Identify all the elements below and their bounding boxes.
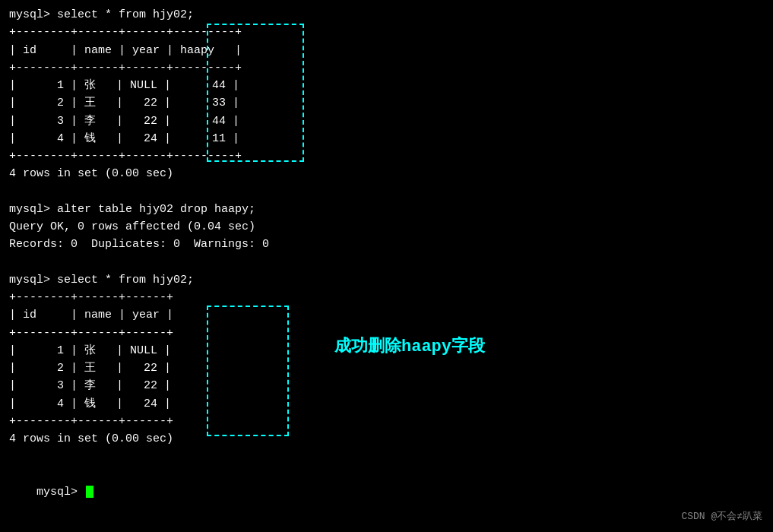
terminal-line: 4 rows in set (0.00 sec) xyxy=(9,430,764,448)
terminal-line: | 1 | 张 | NULL | 44 | xyxy=(9,77,764,94)
terminal-line: | 4 | 钱 | 24 | 11 | xyxy=(9,130,764,147)
terminal-line: | 3 | 李 | 22 | xyxy=(9,377,764,394)
terminal-line: +--------+------+------+ xyxy=(9,289,764,306)
terminal-line: | id | name | year | haapy | xyxy=(9,42,764,59)
terminal-line: mysql> select * from hjy02; xyxy=(9,271,764,289)
terminal-line: mysql> alter table hjy02 drop haapy; xyxy=(9,201,764,218)
terminal-line: | id | name | year | xyxy=(9,306,764,324)
terminal-line xyxy=(9,183,764,201)
terminal-line: | 3 | 李 | 22 | 44 | xyxy=(9,112,764,130)
terminal-line xyxy=(9,448,764,465)
annotation-label: 成功删除haapy字段 xyxy=(334,334,485,357)
cursor-block xyxy=(86,486,93,498)
terminal-line: | 4 | 钱 | 24 | xyxy=(9,395,764,413)
terminal-line: +--------+------+------+---------+ xyxy=(9,59,764,77)
terminal-line: +--------+------+------+ xyxy=(9,413,764,430)
terminal-line: mysql> select * from hjy02; xyxy=(9,6,764,24)
terminal-line: +--------+------+------+---------+ xyxy=(9,147,764,165)
watermark: CSDN @不会≠趴菜 xyxy=(681,509,762,523)
terminal-output: mysql> select * from hjy02; +--------+--… xyxy=(9,6,764,518)
terminal-line: | 2 | 王 | 22 | xyxy=(9,359,764,377)
terminal-line: 4 rows in set (0.00 sec) xyxy=(9,165,764,182)
terminal-prompt-line: mysql> xyxy=(9,466,764,519)
terminal-line: | 2 | 王 | 22 | 33 | xyxy=(9,94,764,112)
terminal-line: Query OK, 0 rows affected (0.04 sec) xyxy=(9,218,764,236)
terminal-line: Records: 0 Duplicates: 0 Warnings: 0 xyxy=(9,236,764,253)
terminal-line xyxy=(9,254,764,271)
terminal-line: +--------+------+------+---------+ xyxy=(9,24,764,41)
prompt-text: mysql> xyxy=(36,486,84,499)
